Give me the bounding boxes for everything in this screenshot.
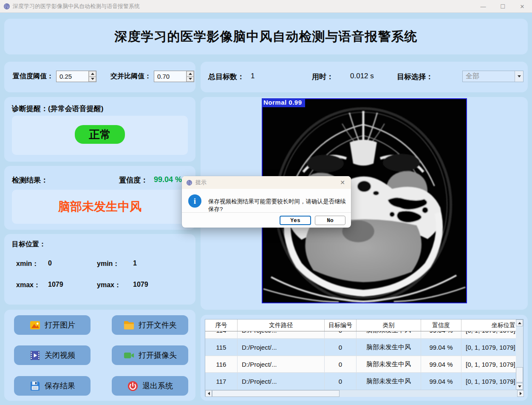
actions-panel: 打开图片 打开文件夹 关闭视频 打开摄像头 保存结果 退出系统 [4,310,195,401]
confidence-threshold-spinner[interactable]: 0.25 [56,71,96,82]
diagnosis-box: 正常 [12,116,188,155]
save-results-button[interactable]: 保存结果 [14,376,91,396]
elapsed-time-label: 用时： [312,72,334,82]
col-header-index[interactable]: 序号 [205,319,238,331]
spin-up-icon[interactable] [89,71,96,77]
page-title: 深度学习的医学影像脑中风自动检测与语音报警系统 [115,28,418,46]
minimize-button[interactable]: — [473,0,493,13]
ymin-value: 1 [133,260,137,267]
power-icon [127,380,139,392]
window-titlebar: 深度学习的医学影像脑中风自动检测与语音报警系统 — ☐ ✕ [0,0,532,13]
target-select-dropdown[interactable]: 全部 [462,71,524,82]
xmax-label: xmax： [16,281,40,290]
position-title: 目标位置： [12,240,46,249]
result-label: 检测结果： [12,175,48,185]
status-badge: 正常 [75,125,125,144]
horizontal-scroll-thumb[interactable] [212,390,340,397]
result-panel: 检测结果： 置信度： 99.04 % 脑部未发生中风 [4,166,195,230]
folder-icon [123,319,135,331]
diagnosis-label: 诊断提醒：(异常会语音提醒) [12,104,103,114]
results-table: 序号 文件路径 目标编号 类别 置信度 坐标位置 114 D:/Project/… [205,319,524,396]
open-camera-button[interactable]: 打开摄像头 [112,345,188,365]
no-button[interactable]: No [315,216,345,225]
confidence-label: 置信度： [119,175,148,185]
target-select-value: 全部 [463,72,515,81]
scroll-down-icon[interactable] [516,383,523,390]
scroll-right-icon[interactable] [517,390,524,397]
position-panel: 目标位置： xmin： 0 ymin： 1 xmax： 1079 ymax： 1… [4,234,195,305]
window-title: 深度学习的医学影像脑中风自动检测与语音报警系统 [13,3,140,10]
xmin-value: 0 [48,260,52,267]
confidence-threshold-label: 置信度阈值： [13,72,54,81]
xmin-label: xmin： [16,260,39,268]
target-select-label: 目标选择： [397,72,433,82]
ymax-label: ymax： [97,281,121,290]
ymax-value: 1079 [133,281,148,288]
xmax-value: 1079 [48,281,63,288]
iou-threshold-value[interactable]: 0.70 [154,73,186,80]
brain-dialog-icon [186,180,192,186]
save-icon [29,380,41,392]
table-body: 114 D:/Project/... 0 脑部未发生中风 99.04 % [0,… [205,331,517,390]
stats-panel: 总目标数： 1 用时： 0.012 s 目标选择： 全部 [201,62,528,92]
confidence-threshold-value[interactable]: 0.25 [57,73,88,80]
total-targets-value: 1 [251,72,255,80]
horizontal-scrollbar[interactable] [205,390,524,397]
app-window: 深度学习的医学影像脑中风自动检测与语音报警系统 — ☐ ✕ 深度学习的医学影像脑… [0,0,532,405]
confirm-dialog: 提示 ✕ i 保存视频检测结果可能需要较长时间，请确认是否继续保存? Yes N… [182,176,351,228]
dialog-body: i 保存视频检测结果可能需要较长时间，请确认是否继续保存? [182,189,351,212]
vertical-scroll-thumb[interactable] [516,367,523,382]
elapsed-time-value: 0.012 s [350,72,374,80]
close-video-button[interactable]: 关闭视频 [14,345,91,365]
col-header-target-id[interactable]: 目标编号 [325,319,357,331]
video-icon [29,350,41,361]
exit-system-button[interactable]: 退出系统 [112,376,188,396]
close-button[interactable]: ✕ [512,0,532,13]
col-header-coordinates[interactable]: 坐标位置 [461,319,517,331]
iou-threshold-spinner[interactable]: 0.70 [154,71,194,82]
detection-label: Normal 0.99 [262,98,305,107]
threshold-panel: 置信度阈值： 0.25 交并比阈值： 0.70 [4,62,195,92]
dialog-message: 保存视频检测结果可能需要较长时间，请确认是否继续保存? [208,198,351,213]
scroll-left-icon[interactable] [205,390,212,397]
scroll-up-icon[interactable] [516,319,523,326]
table-row[interactable]: 116 D:/Project/... 0 脑部未发生中风 99.04 % [0,… [205,356,517,373]
dialog-close-icon[interactable]: ✕ [338,179,347,186]
chevron-down-icon[interactable] [515,71,523,82]
open-folder-button[interactable]: 打开文件夹 [112,315,188,335]
table-row[interactable]: 115 D:/Project/... 0 脑部未发生中风 99.04 % [0,… [205,339,517,356]
spin-down-icon[interactable] [187,77,194,82]
diagnosis-panel: 诊断提醒：(异常会语音提醒) 正常 [4,97,195,162]
spin-up-icon[interactable] [187,71,194,77]
dialog-footer: Yes No [182,212,351,228]
dialog-titlebar: 提示 ✕ [182,176,351,189]
title-banner: 深度学习的医学影像脑中风自动检测与语音报警系统 [4,19,528,54]
image-icon [29,319,41,331]
maximize-button[interactable]: ☐ [493,0,512,13]
info-icon: i [188,194,201,208]
col-header-confidence[interactable]: 置信度 [421,319,461,331]
camera-icon [123,350,135,361]
table-row[interactable]: 114 D:/Project/... 0 脑部未发生中风 99.04 % [0,… [205,331,517,339]
dialog-title: 提示 [195,179,338,186]
table-header-row: 序号 文件路径 目标编号 类别 置信度 坐标位置 [205,319,523,331]
yes-button[interactable]: Yes [280,216,311,225]
iou-threshold-label: 交并比阈值： [110,72,151,81]
spin-down-icon[interactable] [89,77,96,82]
col-header-filepath[interactable]: 文件路径 [238,319,325,331]
table-row[interactable]: 117 D:/Project/... 0 脑部未发生中风 99.04 % [0,… [205,373,517,390]
result-text: 脑部未发生中风 [58,199,141,215]
vertical-scrollbar[interactable] [516,319,523,390]
ymin-label: ymin： [97,260,119,268]
table-panel: 序号 文件路径 目标编号 类别 置信度 坐标位置 114 D:/Project/… [201,315,528,401]
result-box: 脑部未发生中风 [12,190,188,224]
open-image-button[interactable]: 打开图片 [14,315,91,335]
col-header-class[interactable]: 类别 [357,319,421,331]
confidence-value: 99.04 % [154,175,182,184]
brain-app-icon [3,3,10,10]
total-targets-label: 总目标数： [208,72,244,82]
